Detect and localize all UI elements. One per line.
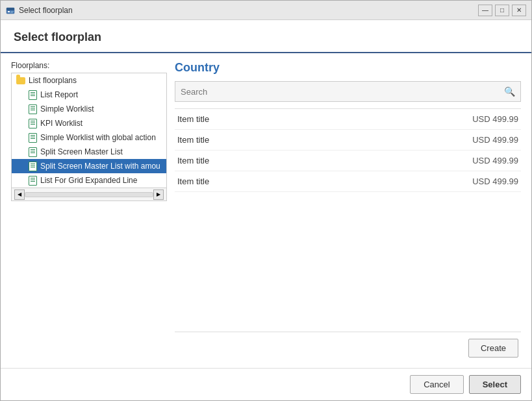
tree-item-split-screen-master[interactable]: Split Screen Master List xyxy=(12,145,166,159)
left-panel-wrapper: Floorplans: List floorplans xyxy=(11,61,167,360)
horizontal-scrollbar[interactable]: ◀ ▶ xyxy=(12,188,166,200)
tree-item-simple-worklist[interactable]: Simple Worklist xyxy=(12,102,166,116)
item-price: USD 499.99 xyxy=(472,114,518,124)
doc-icon xyxy=(27,175,38,186)
svg-rect-2 xyxy=(8,11,10,12)
tree-item-list-report[interactable]: List Report xyxy=(12,88,166,102)
tree-item-label: Simple Worklist with global action xyxy=(40,133,156,142)
search-bar[interactable]: 🔍 xyxy=(175,81,521,102)
right-panel-title: Country xyxy=(175,61,521,75)
svg-rect-3 xyxy=(10,11,14,12)
dialog-body: Floorplans: List floorplans xyxy=(1,53,531,368)
list-item: Item title USD 499.99 xyxy=(175,171,521,192)
items-list: Item title USD 499.99 Item title USD 499… xyxy=(175,108,521,332)
item-price: USD 499.99 xyxy=(472,156,518,165)
tree-root-label: List floorplans xyxy=(29,76,77,85)
list-item: Item title USD 499.99 xyxy=(175,130,521,151)
item-title: Item title xyxy=(177,135,209,145)
doc-icon xyxy=(27,118,38,128)
item-title: Item title xyxy=(177,176,209,186)
maximize-button[interactable]: □ xyxy=(495,5,509,16)
search-icon[interactable]: 🔍 xyxy=(504,86,515,97)
tree-item-label: Split Screen Master List with amou xyxy=(40,162,160,171)
close-button[interactable]: ✕ xyxy=(512,5,526,16)
folder-icon xyxy=(16,75,26,86)
tree-root-item[interactable]: List floorplans xyxy=(12,73,166,88)
window-controls: — □ ✕ xyxy=(478,5,526,16)
tree-container[interactable]: List floorplans List Report Simple Work xyxy=(12,73,166,188)
dialog-window: Select floorplan — □ ✕ Select floorplan … xyxy=(0,0,532,401)
scroll-right-btn[interactable]: ▶ xyxy=(153,189,164,200)
floorplans-label: Floorplans: xyxy=(11,61,167,70)
doc-icon xyxy=(27,132,38,143)
doc-icon xyxy=(27,161,38,171)
item-title: Item title xyxy=(177,114,209,124)
item-title: Item title xyxy=(177,156,209,165)
scroll-left-btn[interactable]: ◀ xyxy=(14,189,25,200)
create-button[interactable]: Create xyxy=(468,339,518,358)
window-icon xyxy=(6,6,15,15)
tree-item-label: List For Grid Expanded Line xyxy=(40,176,137,185)
doc-icon xyxy=(27,90,38,100)
select-button[interactable]: Select xyxy=(469,375,521,394)
minimize-button[interactable]: — xyxy=(478,5,492,16)
tree-item-list-grid-expanded[interactable]: List For Grid Expanded Line xyxy=(12,173,166,188)
doc-icon xyxy=(27,104,38,114)
dialog-title: Select floorplan xyxy=(14,30,518,44)
item-price: USD 499.99 xyxy=(472,135,518,145)
tree-item-label: List Report xyxy=(40,90,78,99)
tree-item-label: Simple Worklist xyxy=(40,104,94,114)
doc-icon xyxy=(27,147,38,157)
tree-item-label: Split Screen Master List xyxy=(40,147,123,156)
title-bar: Select floorplan — □ ✕ xyxy=(1,1,531,20)
scrollbar-track[interactable] xyxy=(25,192,153,197)
tree-item-label: KPI Worklist xyxy=(40,119,82,128)
svg-rect-4 xyxy=(10,12,13,13)
floorplans-tree: List floorplans List Report Simple Work xyxy=(11,73,167,201)
dialog-header: Select floorplan xyxy=(1,20,531,53)
tree-item-split-screen-master-amount[interactable]: Split Screen Master List with amou xyxy=(12,159,166,173)
svg-rect-1 xyxy=(6,8,14,10)
dialog-footer: Cancel Select xyxy=(1,368,531,400)
window-title: Select floorplan xyxy=(19,6,478,15)
tree-item-kpi-worklist[interactable]: KPI Worklist xyxy=(12,116,166,130)
list-item: Item title USD 499.99 xyxy=(175,109,521,130)
tree-item-simple-worklist-global[interactable]: Simple Worklist with global action xyxy=(12,130,166,145)
search-input[interactable] xyxy=(181,87,504,97)
right-panel: Country 🔍 Item title USD 499.99 Item tit… xyxy=(175,61,521,360)
list-item: Item title USD 499.99 xyxy=(175,151,521,171)
item-price: USD 499.99 xyxy=(472,176,518,186)
right-panel-footer: Create xyxy=(175,332,521,360)
cancel-button[interactable]: Cancel xyxy=(410,375,463,394)
